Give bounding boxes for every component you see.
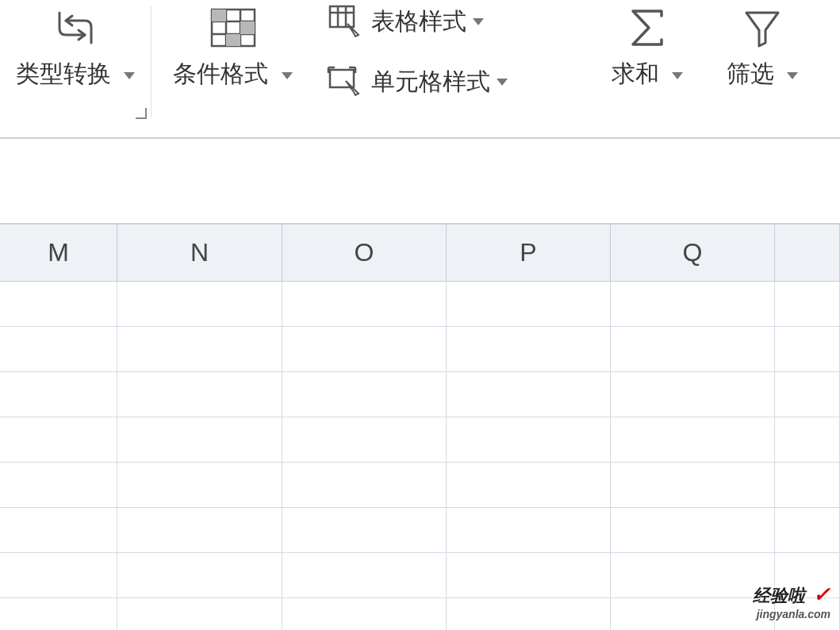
column-header-o[interactable]: O xyxy=(282,225,447,281)
cell[interactable] xyxy=(0,282,117,326)
conditional-format-label: 条件格式 xyxy=(173,60,268,86)
cell[interactable] xyxy=(282,508,447,552)
cell[interactable] xyxy=(447,417,611,462)
group-styles: 表格样式 单元格样式 xyxy=(314,0,592,123)
cell[interactable] xyxy=(611,417,775,462)
column-header-m[interactable]: M xyxy=(0,225,117,281)
cell[interactable] xyxy=(447,327,611,371)
cell[interactable] xyxy=(611,598,775,630)
cell-style-label: 单元格样式 xyxy=(371,66,490,98)
sum-button[interactable]: 求和 xyxy=(605,0,689,94)
table-style-button[interactable]: 表格样式 xyxy=(322,2,489,41)
sigma-icon xyxy=(625,4,669,52)
cell[interactable] xyxy=(0,417,117,462)
cell[interactable] xyxy=(611,282,775,326)
cell[interactable] xyxy=(117,508,282,552)
table-style-label: 表格样式 xyxy=(371,6,466,38)
cell[interactable] xyxy=(0,463,117,507)
conditional-format-icon xyxy=(205,4,261,52)
sum-label: 求和 xyxy=(612,60,659,86)
column-header-p[interactable]: P xyxy=(447,225,611,281)
grid-row xyxy=(0,372,840,417)
cell[interactable] xyxy=(611,463,775,507)
checkmark-icon: ✓ xyxy=(813,582,830,606)
cell[interactable] xyxy=(447,598,611,630)
cell[interactable] xyxy=(282,598,447,630)
svg-rect-5 xyxy=(212,10,226,21)
cell[interactable] xyxy=(0,327,117,371)
cell[interactable] xyxy=(611,508,775,552)
cell[interactable] xyxy=(0,508,117,552)
cell[interactable] xyxy=(282,417,447,462)
table-style-icon xyxy=(327,5,363,38)
cell[interactable] xyxy=(117,598,282,630)
grid-row xyxy=(0,508,840,553)
cell[interactable] xyxy=(447,463,611,507)
cell[interactable] xyxy=(282,327,447,371)
svg-rect-6 xyxy=(240,21,255,34)
cell[interactable] xyxy=(447,553,611,597)
conditional-format-button[interactable]: 条件格式 xyxy=(167,0,298,94)
cell-style-button[interactable]: 单元格样式 xyxy=(322,62,512,102)
cell[interactable] xyxy=(117,282,282,326)
cell[interactable] xyxy=(611,327,775,371)
spreadsheet-grid: M N O P Q xyxy=(0,225,840,630)
cell[interactable] xyxy=(282,553,447,597)
grid-row xyxy=(0,553,840,598)
cell[interactable] xyxy=(0,598,117,630)
column-header-n[interactable]: N xyxy=(117,225,282,281)
column-header-q[interactable]: Q xyxy=(611,225,775,281)
cell[interactable] xyxy=(117,553,282,597)
cell[interactable] xyxy=(447,372,611,417)
cell[interactable] xyxy=(447,508,611,552)
cell[interactable] xyxy=(282,372,447,417)
ribbon-toolbar: 类型转换 条件格式 xyxy=(0,0,840,123)
chevron-down-icon xyxy=(124,72,135,79)
watermark-title: 经验啦 xyxy=(753,586,805,605)
cell[interactable] xyxy=(611,553,775,597)
formula-bar[interactable] xyxy=(0,137,840,225)
group-sum: 求和 xyxy=(592,0,703,123)
group-filter: 筛选 xyxy=(703,0,822,123)
cell-style-icon xyxy=(327,65,363,98)
cell[interactable] xyxy=(117,372,282,417)
grid-row xyxy=(0,417,840,463)
cell[interactable] xyxy=(775,282,840,326)
cell[interactable] xyxy=(775,327,840,371)
cell[interactable] xyxy=(0,553,117,597)
cell[interactable] xyxy=(117,327,282,371)
dialog-launcher-icon[interactable] xyxy=(136,108,147,119)
filter-button[interactable]: 筛选 xyxy=(720,0,804,94)
cell[interactable] xyxy=(775,463,840,507)
cell[interactable] xyxy=(611,372,775,417)
grid-row xyxy=(0,327,840,372)
cell[interactable] xyxy=(282,463,447,507)
cell[interactable] xyxy=(0,372,117,417)
group-conditional-format: 条件格式 xyxy=(152,0,314,123)
cell[interactable] xyxy=(775,372,840,417)
column-header-next[interactable] xyxy=(775,225,840,281)
grid-row xyxy=(0,463,840,508)
cell[interactable] xyxy=(117,417,282,462)
chevron-down-icon xyxy=(787,72,798,79)
filter-label: 筛选 xyxy=(727,60,774,86)
watermark: 经验啦 ✓ jingyanla.com xyxy=(753,582,830,620)
cell[interactable] xyxy=(282,282,447,326)
chevron-down-icon xyxy=(282,72,293,79)
convert-icon xyxy=(50,4,101,52)
chevron-down-icon xyxy=(497,79,508,86)
column-headers-row: M N O P Q xyxy=(0,225,840,282)
cell[interactable] xyxy=(775,417,840,462)
svg-rect-7 xyxy=(226,34,240,46)
cell[interactable] xyxy=(117,463,282,507)
svg-rect-8 xyxy=(330,6,354,27)
chevron-down-icon xyxy=(672,72,683,79)
grid-row xyxy=(0,282,840,327)
type-convert-label: 类型转换 xyxy=(16,60,111,86)
cell[interactable] xyxy=(775,508,840,552)
grid-row xyxy=(0,598,840,630)
type-convert-button[interactable]: 类型转换 xyxy=(10,0,141,94)
cell[interactable] xyxy=(447,282,611,326)
funnel-icon xyxy=(740,4,784,52)
grid-body xyxy=(0,282,840,630)
